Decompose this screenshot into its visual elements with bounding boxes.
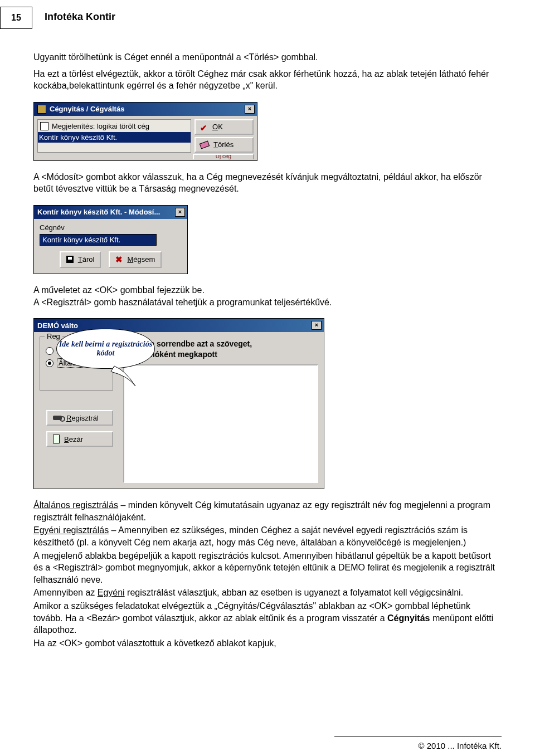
check-icon: ✔ (200, 123, 208, 131)
list-pane: Megjelenítés: logikai törölt cég Kontír … (37, 119, 191, 153)
paragraph: A műveletet az <OK> gombbal fejezzük be. (33, 284, 502, 296)
document-title: Infotéka Kontir (45, 7, 115, 23)
paragraph: Egyéni regisztrálás – Amennyiben ez szük… (33, 524, 502, 548)
paragraph: Ha ezt a törlést elvégeztük, akkor a tör… (33, 68, 502, 92)
page-number: 15 (0, 7, 32, 29)
registration-code-textarea[interactable] (123, 364, 318, 483)
paragraph: Ugyanitt törölhetünk is Céget ennél a me… (33, 51, 502, 64)
titlebar: Cégnyitás / Cégváltás × (34, 103, 257, 116)
checkbox-label: Megjelenítés: logikai törölt cég (52, 122, 149, 130)
paragraph: A <Módosít> gombot akkor válasszuk, ha a… (33, 171, 502, 195)
paragraph: Általános regisztrálás – minden könyvelt… (33, 499, 502, 523)
footer-divider (334, 737, 502, 737)
list-item-selected[interactable]: Kontír könyv készítő Kft. (38, 132, 191, 143)
paragraph: Amennyiben az Egyéni regisztrálást válas… (33, 587, 502, 599)
eraser-icon (200, 140, 210, 149)
app-icon (37, 105, 46, 114)
door-icon (53, 435, 60, 443)
new-company-button-cut: Új cég (193, 154, 254, 159)
cancel-icon: ✖ (115, 255, 123, 265)
ok-button[interactable]: ✔ OK (194, 119, 254, 135)
delete-button[interactable]: Törlés (194, 137, 254, 153)
close-icon[interactable]: × (245, 105, 255, 114)
close-button[interactable]: Bezár (46, 431, 113, 447)
dialog-modosit: Kontír könyv készítő Kft. - Módosí... × … (33, 205, 188, 274)
save-icon (66, 256, 74, 263)
dialog-demo-valtozat: DEMÓ válto × Reg Egyé Általános (33, 318, 324, 489)
radio-icon (46, 359, 54, 367)
paragraph: A <Regisztrál> gomb használatával tehetj… (33, 296, 502, 309)
save-button[interactable]: Tárol (60, 251, 101, 268)
cegnev-field[interactable]: Kontír könyv készítő Kft. (40, 234, 157, 246)
register-button[interactable]: Regisztrál (46, 410, 113, 426)
window-title: DEMÓ válto (37, 321, 78, 330)
window-title: Cégnyitás / Cégváltás (50, 105, 124, 113)
titlebar: DEMÓ válto × (34, 319, 324, 332)
footer-copyright: © 2010 ... Infotéka Kft. (419, 741, 502, 750)
paragraph: Ha az <OK> gombot választottuk a követke… (33, 637, 502, 650)
paragraph: Amikor a szükséges feladatokat elvégeztü… (33, 600, 502, 636)
window-title: Kontír könyv készítő Kft. - Módosí... (37, 208, 160, 216)
bubble-tail-icon (109, 365, 142, 387)
radio-icon (46, 347, 54, 355)
key-icon (53, 416, 62, 420)
dialog-cegnyitas: Cégnyitás / Cégváltás × Megjelenítés: lo… (33, 102, 257, 161)
checkbox[interactable] (40, 122, 48, 130)
callout-bubble: Ide kell beírni a regisztrációs kódot (56, 329, 155, 369)
close-icon[interactable]: × (175, 208, 185, 217)
field-label-cegnev: Cégnév (40, 223, 182, 232)
titlebar: Kontír könyv készítő Kft. - Módosí... × (34, 206, 187, 219)
close-icon[interactable]: × (312, 321, 322, 330)
group-title: Reg (45, 332, 62, 340)
paragraph: A megjelenő ablakba begépeljük a kapott … (33, 550, 502, 586)
cancel-button[interactable]: ✖ Mégsem (109, 251, 162, 268)
